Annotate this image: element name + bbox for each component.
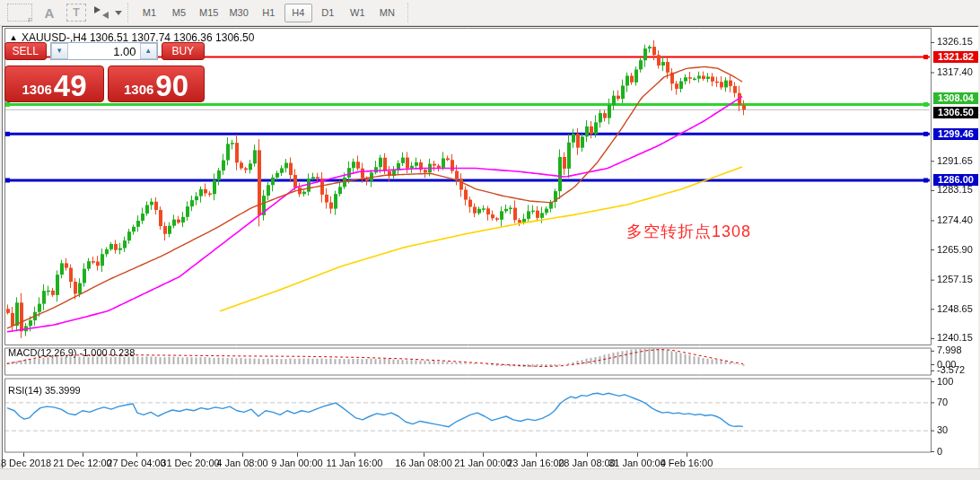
price-axis-tick-label: 1248.65 xyxy=(937,303,973,314)
price-axis-tick-label: 1317.40 xyxy=(937,66,973,77)
rsi-axis-tick-label: 100 xyxy=(937,376,953,387)
rsi-indicator-label: RSI(14) 35.3999 xyxy=(8,385,81,396)
date-axis-label: 16 Jan 08:00 xyxy=(395,458,452,468)
volume-stepper: ▼ ▲ xyxy=(50,42,158,60)
price-axis-tick-label: 1257.15 xyxy=(937,274,973,284)
sell-price-small: 1306 xyxy=(22,80,51,100)
date-axis-label: 9 Jan 00:00 xyxy=(271,458,323,468)
price-axis-tick-label: 1265.90 xyxy=(937,244,973,255)
buy-price-big: 90 xyxy=(155,73,188,100)
buy-button[interactable]: BUY xyxy=(162,42,205,60)
volume-increase-button[interactable]: ▲ xyxy=(140,43,157,59)
price-badge: 1286.00 xyxy=(933,174,978,186)
price-axis-tick-label: 1291.65 xyxy=(937,155,973,166)
price-badge: 1306.50 xyxy=(933,107,978,118)
date-axis-label: 18 Dec 2018 xyxy=(0,458,51,468)
price-axis-tick-label: 1274.40 xyxy=(937,214,973,225)
price-axis-tick-label: 1240.15 xyxy=(937,332,973,343)
date-axis-label: 4 Jan 08:00 xyxy=(216,458,268,468)
collapse-triangle-icon[interactable]: ▲ xyxy=(9,32,18,42)
rsi-axis-tick-label: 70 xyxy=(937,397,948,407)
date-axis-label: 21 Jan 00:00 xyxy=(454,458,512,468)
date-axis-label: 27 Dec 04:00 xyxy=(107,458,165,468)
date-axis-label: 31 Dec 20:00 xyxy=(161,458,219,468)
date-axis-label: 4 Feb 16:00 xyxy=(661,458,713,468)
macd-axis-tick-label: -3.572 xyxy=(937,364,965,375)
chart-text-annotation: 多空转折点1308 xyxy=(626,221,751,242)
volume-decrease-button[interactable]: ▼ xyxy=(51,43,68,59)
macd-axis-tick-label: 7.998 xyxy=(937,345,962,355)
buy-price-display[interactable]: 1306 90 xyxy=(108,65,205,102)
date-axis-label: 31 Jan 00:00 xyxy=(608,458,666,468)
date-axis-label: 28 Jan 08:00 xyxy=(558,458,616,468)
volume-input[interactable] xyxy=(68,43,140,59)
rsi-axis-tick-label: 0 xyxy=(937,446,942,457)
buy-price-small: 1306 xyxy=(124,80,153,100)
one-click-trading-panel: SELL ▼ ▲ BUY 1306 49 1306 90 xyxy=(4,42,205,102)
price-badge: 1321.82 xyxy=(933,51,978,63)
sell-price-big: 49 xyxy=(54,73,87,100)
date-axis-label: 21 Dec 12:00 xyxy=(53,458,111,468)
sell-button[interactable]: SELL xyxy=(4,42,47,60)
sell-price-display[interactable]: 1306 49 xyxy=(4,65,104,102)
rsi-axis-tick-label: 30 xyxy=(937,424,948,435)
date-axis-label: 11 Jan 16:00 xyxy=(327,458,383,468)
price-badge: 1299.46 xyxy=(933,128,978,140)
macd-indicator-label: MACD(12,26,9) -1.000 0.238 xyxy=(8,347,135,358)
price-badge: 1308.04 xyxy=(933,92,978,104)
date-axis-label: 23 Jan 16:00 xyxy=(507,458,564,468)
price-axis-tick-label: 1326.15 xyxy=(937,36,973,47)
